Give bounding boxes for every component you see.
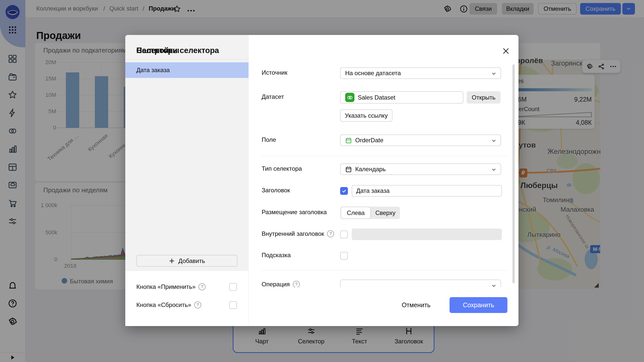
modal-scrollbar[interactable] <box>512 64 515 283</box>
placement-option-top[interactable]: Сверху <box>371 207 400 219</box>
panel-divider <box>125 60 249 60</box>
inner-header-label: Внутренний заголовок ? <box>262 230 334 237</box>
panel-footer: Кнопка «Применить» ? Кнопка «Сбросить» ? <box>125 270 248 326</box>
placement-segmented-control: Слева Сверху <box>341 207 400 219</box>
dataset-icon <box>345 93 354 102</box>
reset-button-row: Кнопка «Сбросить» ? <box>136 301 201 308</box>
source-label: Источник <box>262 69 287 76</box>
calendar-icon <box>345 137 352 144</box>
help-icon[interactable]: ? <box>327 230 334 237</box>
apply-button-checkbox[interactable] <box>229 283 237 291</box>
help-icon[interactable]: ? <box>293 281 300 288</box>
dialog-cancel-button[interactable]: Отменить <box>398 297 434 313</box>
selector-list-item[interactable]: Дата заказа <box>125 62 249 78</box>
header-title-input[interactable] <box>352 185 502 197</box>
header-title-checkbox[interactable] <box>340 187 348 195</box>
app: Коллекции и воркбуки / Quick start / Про… <box>0 0 644 362</box>
help-icon[interactable]: ? <box>194 301 201 308</box>
selectors-panel: Селекторы Дата заказа Добавить Кнопка «П… <box>125 35 249 326</box>
placement-label: Размещение заголовка <box>262 209 327 216</box>
dataset-open-button[interactable]: Открыть <box>467 91 501 104</box>
dialog-save-button[interactable]: Сохранить <box>450 297 507 313</box>
reset-button-checkbox[interactable] <box>229 301 237 309</box>
chevron-down-icon <box>491 71 497 76</box>
dataset-link-button[interactable]: Указать ссылку <box>340 109 392 122</box>
selector-type-label: Тип селектора <box>262 165 302 172</box>
apply-button-row: Кнопка «Применить» ? <box>136 283 206 290</box>
dataset-label: Датасет <box>262 93 284 100</box>
inner-header-input-disabled <box>352 229 502 240</box>
placement-option-left[interactable]: Слева <box>341 207 371 219</box>
field-label: Поле <box>262 136 276 143</box>
close-icon[interactable] <box>502 47 510 55</box>
source-select[interactable]: На основе датасета <box>340 67 501 79</box>
header-title-label: Заголовок <box>262 187 290 194</box>
form-divider <box>262 156 507 156</box>
form-divider <box>262 270 507 270</box>
calendar-icon <box>345 166 352 173</box>
help-icon[interactable]: ? <box>198 283 206 290</box>
dataset-field[interactable]: Sales Dataset <box>340 91 463 104</box>
hint-checkbox[interactable] <box>340 252 348 260</box>
hint-label: Подсказка <box>262 252 291 259</box>
operation-label: Операция ? <box>262 281 300 288</box>
inner-header-checkbox[interactable] <box>340 231 348 238</box>
dialog-title: Настройки селектора <box>136 46 219 55</box>
field-select[interactable]: OrderDate <box>340 134 501 146</box>
plus-icon <box>169 258 175 264</box>
dialog-footer: Отменить Сохранить <box>249 287 518 326</box>
selector-type-select[interactable]: Календарь <box>340 163 501 175</box>
chevron-down-icon <box>491 138 497 144</box>
chevron-down-icon <box>491 167 497 172</box>
add-selector-button[interactable]: Добавить <box>136 255 237 267</box>
selector-settings-dialog: Селекторы Дата заказа Добавить Кнопка «П… <box>125 35 518 326</box>
